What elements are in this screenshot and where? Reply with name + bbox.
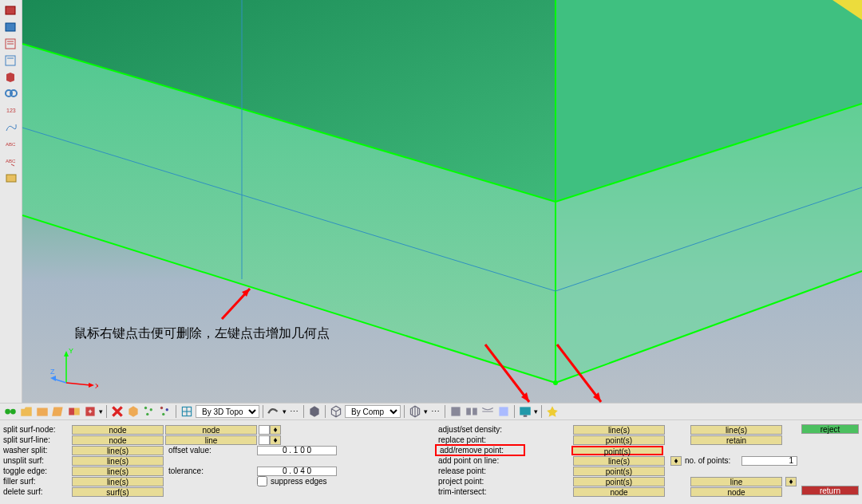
topology-combo[interactable]: By 3D Topo: [196, 405, 259, 418]
delete-icon[interactable]: [110, 404, 125, 419]
btn[interactable]: line(s): [72, 456, 164, 466]
svg-line-30: [485, 345, 529, 402]
row-split-surf-line: split surf-line: node line ♦: [0, 435, 337, 445]
svg-rect-46: [69, 408, 74, 415]
tool-icon-grid[interactable]: [180, 404, 194, 419]
tool-icon-t1[interactable]: [449, 404, 463, 419]
btn[interactable]: point(s): [573, 477, 665, 486]
sidebar-icon-6[interactable]: [2, 86, 21, 102]
btn[interactable]: line(s): [72, 467, 164, 476]
btn[interactable]: line(s): [573, 456, 665, 466]
horizontal-toolbar: ▾ By 3D Topo ▾ ⋯ By Comp ▾ ⋯ ▾: [0, 403, 862, 420]
svg-point-50: [150, 408, 152, 411]
tool-icon-t2[interactable]: [465, 404, 479, 419]
shade-icon[interactable]: [307, 404, 322, 419]
svg-point-51: [146, 413, 148, 415]
tool-icon-t4[interactable]: [496, 404, 511, 419]
sidebar-icon-1[interactable]: [2, 2, 21, 18]
tool-icon-scatter2[interactable]: [158, 404, 172, 419]
svg-rect-63: [473, 408, 477, 415]
btn[interactable]: point(s): [573, 435, 665, 445]
tool-icon-scatter1[interactable]: [142, 404, 156, 419]
sidebar-icon-curve[interactable]: [2, 120, 21, 136]
axis-triad: Y X Z: [50, 347, 98, 395]
row-trim-intersect: trim-intersect: node node: [435, 486, 797, 497]
btn[interactable]: line(s): [690, 425, 782, 435]
svg-point-53: [166, 408, 168, 411]
sidebar-icon-abc[interactable]: ABC: [2, 136, 21, 152]
btn[interactable]: surf(s): [72, 487, 164, 497]
return-button[interactable]: return: [801, 486, 859, 495]
display-icon[interactable]: [518, 404, 532, 419]
toggle-down[interactable]: ♦: [270, 425, 281, 435]
tool-icon-box[interactable]: [126, 404, 140, 419]
tool-icon-curve[interactable]: [267, 404, 281, 419]
svg-line-37: [66, 383, 90, 385]
row-adjust-density: adjust/set density: line(s) line(s): [435, 424, 797, 435]
svg-text:123: 123: [6, 108, 16, 113]
side-toolbar: 123 ABC ABC: [0, 0, 22, 403]
svg-rect-61: [451, 407, 460, 415]
svg-text:Y: Y: [69, 347, 73, 355]
btn-node[interactable]: node: [72, 425, 164, 435]
btn[interactable]: line(s): [72, 477, 164, 486]
tolerance-input[interactable]: [257, 467, 337, 476]
svg-rect-12: [6, 175, 16, 182]
btn[interactable]: line: [690, 477, 782, 486]
row-delete-surf: delete surf: surf(s): [0, 486, 337, 497]
svg-rect-45: [37, 408, 48, 416]
svg-text:ABC: ABC: [6, 159, 16, 163]
svg-point-54: [162, 413, 164, 415]
tool-icon-6[interactable]: [83, 404, 97, 419]
btn[interactable]: point(s): [573, 467, 665, 476]
star-icon[interactable]: [545, 404, 560, 419]
btn[interactable]: node: [690, 487, 782, 497]
btn[interactable]: line: [165, 435, 257, 445]
nopoints-input[interactable]: [741, 456, 797, 466]
row-toggle-edge: toggle edge: line(s) tolerance:: [0, 466, 337, 476]
sidebar-icon-abc2[interactable]: ABC: [2, 153, 21, 169]
wireframe-icon[interactable]: [329, 404, 343, 419]
tool-icon-t3[interactable]: [480, 404, 495, 419]
sidebar-icon-5[interactable]: [2, 69, 21, 85]
btn-node2[interactable]: node: [165, 425, 257, 435]
suppress-checkbox[interactable]: [257, 476, 267, 486]
sidebar-icon-123[interactable]: 123: [2, 103, 21, 119]
svg-point-52: [160, 407, 163, 409]
btn[interactable]: line(s): [573, 425, 665, 435]
svg-text:ABC: ABC: [6, 142, 16, 147]
tool-icon-3[interactable]: [35, 404, 49, 419]
btn[interactable]: node: [72, 435, 164, 445]
instruction-annotation: 鼠标右键点击便可删除，左键点击增加几何点: [74, 325, 330, 342]
sidebar-icon-2[interactable]: [2, 19, 21, 35]
btn[interactable]: node: [573, 487, 665, 497]
svg-point-43: [5, 409, 10, 415]
btn-points-highlighted[interactable]: point(s): [571, 446, 663, 455]
annotation-arrow-2: [477, 337, 541, 403]
svg-line-32: [557, 345, 601, 402]
tool-icon-folder[interactable]: [19, 404, 34, 419]
svg-rect-1: [6, 23, 15, 31]
row-project-point: project point: point(s) line ♦: [435, 476, 797, 486]
svg-rect-66: [524, 415, 528, 417]
comp-combo[interactable]: By Comp: [345, 405, 401, 418]
mesh-icon[interactable]: [408, 404, 422, 419]
sidebar-icon-surf[interactable]: [2, 170, 21, 186]
tool-icon-4[interactable]: [51, 404, 65, 419]
toggle-up[interactable]: [259, 425, 270, 435]
row-washer-split: washer split: line(s) offset value:: [0, 445, 337, 455]
tool-icon-5[interactable]: [67, 404, 81, 419]
offset-input[interactable]: [257, 446, 337, 455]
btn[interactable]: line(s): [72, 446, 164, 455]
3d-viewport[interactable]: 鼠标右键点击便可删除，左键点击增加几何点 Y X Z: [22, 0, 862, 403]
btn[interactable]: retain: [690, 435, 782, 445]
sidebar-icon-4[interactable]: [2, 53, 21, 69]
tool-icon-green1[interactable]: [3, 404, 18, 419]
sidebar-icon-3[interactable]: [2, 36, 21, 52]
reject-button[interactable]: reject: [801, 424, 859, 434]
svg-rect-47: [74, 408, 80, 415]
model-geometry: [22, 0, 862, 403]
svg-point-44: [10, 409, 16, 415]
svg-rect-62: [466, 408, 471, 415]
svg-rect-65: [520, 407, 531, 415]
